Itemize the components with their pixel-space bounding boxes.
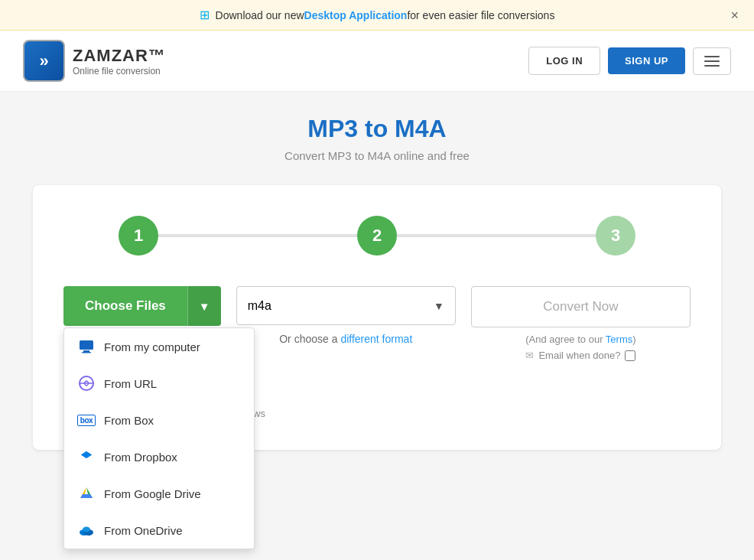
step-2-number: 2	[372, 226, 382, 246]
menu-line-2	[704, 60, 720, 62]
step-3: 3	[596, 216, 635, 256]
svg-marker-9	[80, 494, 93, 498]
login-button[interactable]: LOG IN	[528, 47, 600, 75]
converter-card: 1 2 3 Choose Files ▼	[33, 185, 721, 450]
computer-icon	[78, 338, 95, 355]
dropdown-item-computer[interactable]: From my computer	[64, 328, 254, 365]
terms-prefix: (And agree to our	[525, 334, 606, 345]
dropdown-item-onedrive[interactable]: From OneDrive	[64, 512, 254, 549]
page-title: MP3 to M4A	[307, 115, 446, 143]
page-subtitle: Convert MP3 to M4A online and free	[284, 149, 470, 162]
main-content: MP3 to M4A Convert MP3 to M4A online and…	[0, 92, 754, 465]
logo-arrows-icon: »	[39, 51, 48, 71]
choose-files-dropdown: From my computer From URL	[63, 327, 255, 549]
step-line-1	[158, 234, 357, 237]
dropdown-item-box-label: From Box	[104, 414, 154, 427]
menu-line-1	[704, 56, 720, 57]
dropdown-item-dropbox[interactable]: From Dropbox	[64, 438, 254, 475]
step-3-number: 3	[611, 226, 620, 246]
menu-line-3	[704, 65, 720, 67]
banner-text-suffix: for even easier file conversions	[407, 9, 554, 21]
svg-rect-2	[82, 352, 91, 353]
gdrive-icon	[78, 485, 95, 502]
dropdown-item-url-label: From URL	[104, 377, 157, 390]
logo-text: ZAMZAR™ Online file conversion	[73, 46, 166, 77]
controls-row: Choose Files ▼ From my computer	[63, 286, 691, 361]
choose-files-button[interactable]: Choose Files	[63, 286, 187, 326]
top-banner: ⊞ Download our new Desktop Application f…	[0, 0, 754, 31]
logo-icon: »	[23, 40, 65, 82]
signup-button[interactable]: SIGN UP	[608, 47, 685, 74]
url-icon	[78, 375, 95, 392]
menu-button[interactable]	[693, 47, 731, 75]
svg-rect-0	[80, 340, 93, 350]
header: » ZAMZAR™ Online file conversion LOG IN …	[0, 31, 754, 92]
step-line-2	[397, 234, 596, 237]
envelope-icon: ✉	[525, 350, 534, 361]
dropdown-item-url[interactable]: From URL	[64, 365, 254, 402]
svg-marker-6	[81, 451, 92, 458]
banner-app-link[interactable]: Desktop Application	[304, 9, 408, 21]
format-arrow-icon: ▼	[423, 288, 455, 324]
logo[interactable]: » ZAMZAR™ Online file conversion	[23, 40, 166, 82]
format-hint-link[interactable]: different format	[340, 333, 412, 345]
banner-text-prefix: Download our new	[216, 9, 304, 21]
logo-tagline: Online file conversion	[73, 66, 166, 77]
box-icon: box	[78, 412, 95, 428]
steps-row: 1 2 3	[63, 216, 691, 256]
email-row: ✉ Email when done?	[471, 350, 691, 361]
convert-button[interactable]: Convert Now	[471, 286, 691, 327]
step-1: 1	[119, 216, 158, 256]
terms-suffix: )	[632, 334, 635, 345]
svg-point-12	[83, 527, 90, 532]
banner-close-button[interactable]: ×	[730, 7, 739, 23]
convert-section: Convert Now (And agree to our Terms) ✉ E…	[471, 286, 691, 361]
dropdown-item-box[interactable]: box From Box	[64, 402, 254, 438]
choose-files-section: Choose Files ▼ From my computer	[63, 286, 221, 326]
step-1-number: 1	[134, 226, 143, 246]
onedrive-icon	[78, 522, 95, 539]
step-2: 2	[357, 216, 397, 256]
dropdown-item-onedrive-label: From OneDrive	[104, 524, 183, 537]
dropbox-icon	[78, 448, 95, 465]
header-nav: LOG IN SIGN UP	[528, 47, 731, 75]
format-hint-prefix: Or choose a	[279, 333, 340, 345]
format-section: m4a mp3 aac wav ogg flac ▼ Or choose a d…	[236, 286, 456, 345]
dropdown-item-computer-label: From my computer	[104, 340, 200, 353]
windows-icon: ⊞	[200, 8, 210, 22]
format-hint: Or choose a different format	[236, 333, 456, 345]
choose-files-dropdown-button[interactable]: ▼	[187, 286, 221, 326]
terms-link[interactable]: Terms	[606, 334, 632, 345]
logo-brand-name: ZAMZAR™	[73, 46, 166, 66]
email-label: Email when done?	[538, 350, 620, 361]
dropdown-item-dropbox-label: From Dropbox	[104, 451, 177, 464]
email-checkbox[interactable]	[625, 350, 635, 361]
dropdown-item-gdrive[interactable]: From Google Drive	[64, 475, 254, 512]
svg-rect-1	[83, 350, 89, 352]
format-select-row: m4a mp3 aac wav ogg flac ▼	[236, 286, 456, 325]
format-select[interactable]: m4a mp3 aac wav ogg flac	[237, 287, 423, 324]
choose-files-wrap: Choose Files ▼	[63, 286, 221, 326]
dropdown-item-gdrive-label: From Google Drive	[104, 487, 201, 500]
convert-terms: (And agree to our Terms)	[471, 334, 691, 345]
